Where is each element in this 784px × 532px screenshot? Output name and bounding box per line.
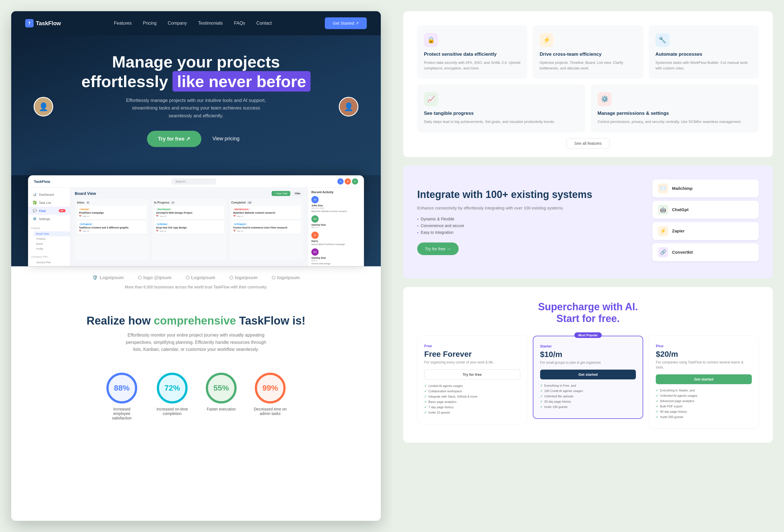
sub-item-boardview[interactable]: Board View (34, 231, 70, 236)
sub-item-jan[interactable]: January Plan (34, 260, 70, 265)
progress-icon: 📈 (424, 92, 438, 106)
kanban-col-inbox: Inbox 8 Overdue PixelFlare Campaign 📅May… (75, 199, 149, 260)
nav-features[interactable]: Features (114, 21, 132, 26)
app-screenshot-wrapper: TaskFlow Search... A B C 📊Dashboard (11, 175, 381, 266)
app-sidebar: 📊Dashboard ✅Task List 💬Chat 20+ ⚙️Settin… (28, 188, 70, 266)
app-screenshot: TaskFlow Search... A B C 📊Dashboard (28, 175, 364, 266)
filter-button[interactable]: Filter (292, 191, 303, 196)
stat-circle-55: 55% (206, 373, 236, 403)
kanban-card[interactable]: In Progress Fusion food E-commerce User … (231, 221, 301, 234)
new-task-button[interactable]: + New Task (272, 191, 290, 196)
sidebar-item-chat[interactable]: 💬Chat 20+ (28, 207, 70, 215)
activity-avatar: SD (311, 215, 319, 223)
lock-icon: 🔒 (424, 33, 438, 47)
kanban-card[interactable]: New Resource ByteHive Website content re… (231, 206, 301, 219)
feature-card-permissions: ⚙️ Manage permissions & settings Control… (591, 84, 759, 133)
nav-contact[interactable]: Contact (256, 21, 272, 26)
activity-avatar: SD (311, 248, 319, 256)
hero-description: Effortlessly manage projects with our in… (126, 96, 266, 119)
pricing-plus-button[interactable]: Get started (656, 374, 752, 384)
stat-item-admin: 99% Decreased time on admin tasks (253, 373, 287, 420)
col-completed-header: Completed 16 (231, 201, 301, 204)
browser-window: T TaskFlow Features Pricing Company Test… (11, 11, 381, 521)
comprehensive-section: Realize how comprehensive TaskFlow is! E… (11, 298, 381, 437)
avatar-left: 👤 (34, 97, 53, 116)
most-popular-badge: Most Popular (574, 332, 602, 338)
nav-faqs[interactable]: FAQs (234, 21, 245, 26)
chatgpt-icon: 🤖 (658, 205, 668, 215)
integrate-feature-0: Dynamic & Flexible (417, 217, 638, 221)
features-grid: 🔒 Protect sensitive data efficiently Pro… (417, 25, 759, 79)
col-inbox-header: Inbox 8 (77, 201, 147, 204)
sub-item-feb[interactable]: February Plan (34, 265, 70, 266)
sidebar-item-settings[interactable]: ⚙️Settings (28, 215, 70, 223)
nav-cta-button[interactable]: Get Started ↗ (325, 17, 367, 29)
try-free-button[interactable]: Try for free ↗ (147, 131, 201, 147)
kanban-card[interactable]: Overdue PixelFlare Campaign 📅May 13 (77, 206, 147, 219)
hero-title: Manage your projects effortlessly like n… (22, 52, 370, 91)
pricing-starter-button[interactable]: Get started (540, 370, 636, 380)
zapier-icon: ⚡ (658, 226, 668, 236)
kanban-card[interactable]: In Progress Taskforce Content and 3 diff… (77, 221, 147, 234)
sub-item-profile[interactable]: Profile (34, 246, 70, 251)
app-search[interactable]: Search... (171, 178, 216, 185)
sub-item-board[interactable]: Board (34, 241, 70, 246)
hero-buttons: Try for free ↗ View pricing (22, 131, 370, 147)
integrate-feature-2: Easy to Integration (417, 230, 638, 235)
view-pricing-button[interactable]: View pricing (207, 131, 245, 147)
kanban-card[interactable]: New Request ZeroSpirit Web Design Projec… (154, 206, 224, 219)
activity-item: JD John Doe Oct 10, 2023 ByteHive Websit… (311, 196, 360, 213)
avatar-1: A (337, 178, 343, 185)
feature-card-progress: 📈 See tangible progress Daily steps lead… (417, 84, 585, 133)
trust-logo-4: ⬡ logoipsum (229, 275, 258, 280)
right-panel: 🔒 Protect sensitive data efficiently Pro… (392, 0, 784, 532)
stat-circle-72: 72% (157, 373, 188, 403)
efficiency-icon: ⚡ (539, 33, 554, 47)
kanban-col-completed: Completed 16 New Resource ByteHive Websi… (229, 199, 303, 260)
activity-item: SD Sammy Doe Nov 3 Genius web design (311, 248, 360, 265)
nav-links: Features Pricing Company Testimonials FA… (114, 21, 272, 26)
stat-item-execution: 55% Faster execution (206, 373, 236, 420)
app-activity: Recent Activity JD John Doe Oct 10, 2023… (308, 188, 364, 266)
integration-convertkit[interactable]: 🔗 Convertkit (652, 243, 759, 261)
pricing-features-starter: Everything in Free, and 100 Credit AI ag… (540, 384, 636, 409)
sub-item-timeline[interactable]: Timeline (34, 236, 70, 241)
trust-section: 🛡️ Logoipsum ⬡ logo @ipsum ⬡ Logoipsum ⬡… (11, 266, 381, 298)
pricing-card-starter: Most Popular Starter $10/m For small gro… (533, 336, 643, 419)
integrate-description: Enhance connectivity by effortlessly int… (417, 205, 638, 212)
app-body: 📊Dashboard ✅Task List 💬Chat 20+ ⚙️Settin… (28, 188, 364, 266)
app-topbar: TaskFlow Search... A B C (28, 175, 364, 188)
pricing-try-free-button[interactable]: Try for free (424, 369, 520, 380)
activity-avatar: JD (311, 196, 319, 203)
features-section: 🔒 Protect sensitive data efficiently Pro… (403, 11, 773, 157)
integrate-right: ✉️ Mailchimp 🤖 ChatGpt ⚡ Zapier 🔗 Conver… (652, 179, 759, 264)
integration-zapier[interactable]: ⚡ Zapier (652, 222, 759, 240)
pricing-header: Supercharge with AI. Start for free. (417, 301, 759, 325)
avatar-2: B (345, 178, 351, 185)
kanban-card[interactable]: In Review Drop Hue iOS App design 📅May 1… (154, 221, 224, 234)
feature-card-efficiency: ⚡ Drive cross-team efficiency Optimize p… (533, 25, 643, 79)
integration-chatgpt[interactable]: 🤖 ChatGpt (652, 201, 759, 219)
integration-mailchimp[interactable]: ✉️ Mailchimp (652, 179, 759, 197)
integrate-section: Integrate with 100+ existing systems Enh… (403, 166, 773, 279)
sidebar-item-dashboard[interactable]: 📊Dashboard (28, 190, 70, 198)
pricing-features-free: Limited AI agents usages Collaborative w… (424, 384, 520, 414)
pricing-card-plus: Plus $20/m For companies using TaskFlow … (649, 336, 759, 429)
nav-pricing[interactable]: Pricing (143, 21, 157, 26)
automate-icon: 🔧 (655, 33, 670, 47)
nav-testimonials[interactable]: Testimonials (198, 21, 223, 26)
sidebar-item-tasklist[interactable]: ✅Task List (28, 198, 70, 207)
convertkit-icon: 🔗 (658, 247, 668, 257)
see-all-features-button[interactable]: See all features (566, 138, 610, 149)
integrate-try-free-button[interactable]: Try for free → (417, 243, 459, 255)
kanban-board: Inbox 8 Overdue PixelFlare Campaign 📅May… (75, 199, 303, 260)
activity-item: SD Sammy Doe Nov 11 (311, 215, 360, 229)
integrate-title: Integrate with 100+ existing systems (417, 189, 638, 200)
nav-company[interactable]: Company (168, 21, 187, 26)
stat-item-employee: 88% Increased employee satisfaction (105, 373, 139, 420)
permissions-icon: ⚙️ (597, 92, 612, 106)
hero-section: Manage your projects effortlessly like n… (11, 35, 381, 175)
board-header: Board View + New Task Filter (75, 191, 303, 196)
integrate-feature-1: Convenience and secure (417, 223, 638, 228)
pricing-features-plus: Everything in Starter, and Unlimited AI … (656, 389, 752, 419)
